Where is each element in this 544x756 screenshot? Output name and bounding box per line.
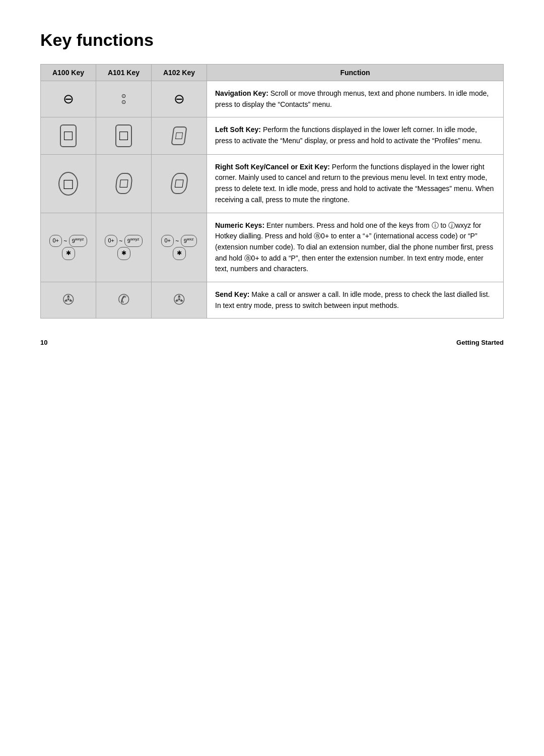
page-title: Key functions bbox=[40, 30, 504, 50]
col-header-a102: A102 Key bbox=[152, 65, 207, 81]
numeric-keys-bold: Numeric Keys: bbox=[215, 221, 264, 229]
left-soft-key-icon-a101: □ bbox=[115, 124, 132, 147]
nav-key-icon-a101: ⊙ ⊙ bbox=[121, 93, 126, 105]
right-soft-key-icon-a100: □ bbox=[58, 172, 78, 196]
numeric-keys-function: Numeric Keys: Enter numbers. Press and h… bbox=[207, 213, 504, 282]
numeric-keys-icon-a100: 0+ ~ 9wxyz ✱ bbox=[46, 235, 91, 260]
a101-right-soft-key: □ bbox=[96, 154, 152, 213]
send-key-bold: Send Key: bbox=[215, 290, 249, 298]
table-row: 0+ ~ 9wxyz ✱ 0+ ~ 9wxyz ✱ 0+ bbox=[41, 213, 504, 282]
send-key-icon-a100: ✇ bbox=[62, 291, 74, 309]
a101-numeric-keys: 0+ ~ 9wxyz ✱ bbox=[96, 213, 152, 282]
a100-nav-key: ⊖ bbox=[41, 81, 96, 117]
a102-left-soft-key: □ bbox=[152, 117, 207, 154]
a102-right-soft-key: □ bbox=[152, 154, 207, 213]
table-row: ✇ ✆ ✇ Send Key: Make a call or answer a … bbox=[41, 282, 504, 318]
numeric-keys-icon-a101: 0+ ~ 9wxyz ✱ bbox=[101, 235, 146, 260]
send-key-function: Send Key: Make a call or answer a call. … bbox=[207, 282, 504, 318]
right-soft-key-icon-a101: □ bbox=[114, 173, 132, 194]
right-soft-key-function: Right Soft Key/Cancel or Exit Key: Perfo… bbox=[207, 154, 504, 213]
page-footer: 10 Getting Started bbox=[40, 339, 504, 346]
send-key-icon-a101: ✆ bbox=[118, 291, 129, 309]
col-header-a101: A101 Key bbox=[96, 65, 152, 81]
col-header-a100: A100 Key bbox=[41, 65, 96, 81]
right-soft-key-icon-a102: □ bbox=[170, 173, 189, 194]
section-label: Getting Started bbox=[456, 339, 504, 346]
nav-key-function: Navigation Key: Scroll or move through m… bbox=[207, 81, 504, 117]
left-soft-key-icon-a100: □ bbox=[60, 124, 77, 147]
a100-numeric-keys: 0+ ~ 9wxyz ✱ bbox=[41, 213, 96, 282]
left-soft-key-bold: Left Soft Key: bbox=[215, 125, 261, 134]
a100-send-key: ✇ bbox=[41, 282, 96, 318]
right-soft-key-bold: Right Soft Key/Cancel or Exit Key: bbox=[215, 163, 330, 171]
numeric-keys-icon-a102: 0+ ~ 9wxz ✱ bbox=[157, 235, 201, 260]
nav-key-bold: Navigation Key: bbox=[215, 89, 268, 97]
table-row: □ □ □ Right Soft Key/Cancel or Exit Key:… bbox=[41, 154, 504, 213]
a102-numeric-keys: 0+ ~ 9wxz ✱ bbox=[152, 213, 207, 282]
a100-right-soft-key: □ bbox=[41, 154, 96, 213]
left-soft-key-function: Left Soft Key: Perform the functions dis… bbox=[207, 117, 504, 154]
nav-key-icon-a100: ⊖ bbox=[63, 91, 74, 108]
send-key-icon-a102: ✇ bbox=[173, 291, 185, 309]
a101-send-key: ✆ bbox=[96, 282, 152, 318]
a102-nav-key: ⊖ bbox=[152, 81, 207, 117]
key-functions-table: A100 Key A101 Key A102 Key Function ⊖ ⊙ … bbox=[40, 64, 504, 319]
page-number: 10 bbox=[40, 339, 47, 346]
table-row: ⊖ ⊙ ⊙ ⊖ Navigation Key: Scroll or move t… bbox=[41, 81, 504, 117]
a101-nav-key: ⊙ ⊙ bbox=[96, 81, 152, 117]
a100-left-soft-key: □ bbox=[41, 117, 96, 154]
send-key-text: Make a call or answer a call. In idle mo… bbox=[215, 290, 490, 309]
a101-left-soft-key: □ bbox=[96, 117, 152, 154]
left-soft-key-icon-a102: □ bbox=[171, 127, 187, 145]
nav-key-icon-a102: ⊖ bbox=[174, 91, 185, 108]
a102-send-key: ✇ bbox=[152, 282, 207, 318]
col-header-function: Function bbox=[207, 65, 504, 81]
table-row: □ □ □ Left Soft Key: Perform the functio… bbox=[41, 117, 504, 154]
